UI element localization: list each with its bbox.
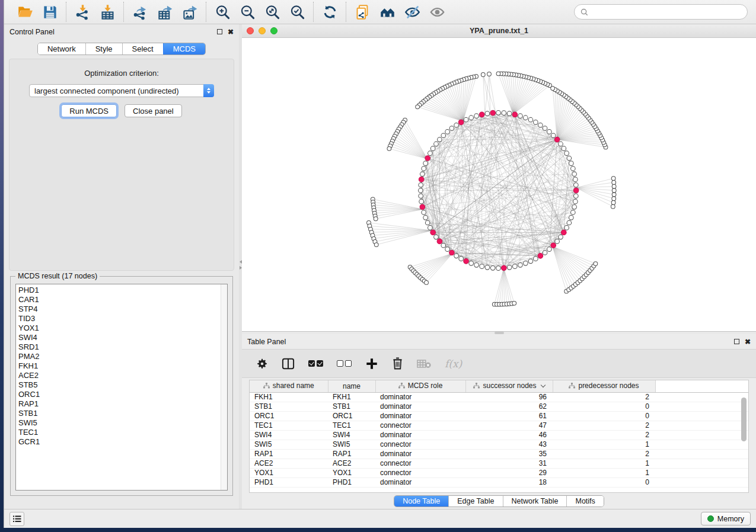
column-header-name[interactable]: name [328, 380, 375, 392]
function-builder-button[interactable]: f(x) [445, 358, 462, 370]
tab-style[interactable]: Style [85, 43, 122, 55]
table-cell[interactable]: SWI5 [250, 440, 328, 449]
delete-table-button[interactable] [417, 359, 431, 368]
window-minimize-icon[interactable] [259, 27, 266, 34]
import-table-button[interactable] [98, 2, 117, 21]
table-cell[interactable]: SWI4 [328, 430, 375, 440]
column-header-shared-name[interactable]: shared name [250, 380, 328, 392]
export-network-button[interactable] [130, 2, 149, 21]
list-item[interactable]: FKH1 [18, 361, 227, 371]
table-cell[interactable]: dominator [375, 430, 465, 440]
column-header-mcds-role[interactable]: MCDS role [375, 380, 465, 392]
table-row[interactable]: RAP1RAP1dominator352 [250, 449, 748, 459]
table-cell[interactable]: 43 [465, 440, 553, 449]
table-cell[interactable]: 29 [465, 468, 553, 477]
column-header-predecessor-nodes[interactable]: predecessor nodes [553, 380, 655, 392]
list-item[interactable]: TID3 [18, 314, 227, 323]
tab-motifs[interactable]: Motifs [566, 496, 603, 507]
table-row[interactable]: YOX1YOX1connector291 [250, 468, 748, 477]
table-cell[interactable]: connector [375, 440, 465, 449]
add-column-button[interactable] [365, 357, 378, 370]
table-cell[interactable]: PHD1 [250, 477, 328, 487]
table-row[interactable]: FKH1FKH1dominator962 [250, 392, 748, 402]
select-all-button[interactable] [308, 360, 323, 367]
hide-panels-button[interactable] [403, 2, 422, 21]
show-panels-button[interactable] [428, 2, 446, 21]
table-cell[interactable]: ORC1 [328, 411, 375, 421]
table-cell[interactable]: dominator [375, 392, 465, 402]
table-cell[interactable]: 0 [553, 411, 655, 421]
table-cell[interactable]: 2 [553, 421, 655, 430]
float-panel-icon[interactable] [217, 29, 222, 34]
table-cell[interactable]: STB1 [250, 402, 328, 411]
zoom-in-button[interactable] [213, 2, 232, 21]
table-cell[interactable]: 2 [553, 430, 655, 440]
table-row[interactable]: SWI5SWI5connector431 [250, 440, 748, 449]
table-cell[interactable]: TEC1 [328, 421, 375, 430]
close-panel-icon[interactable]: ✖ [228, 28, 234, 36]
list-item[interactable]: TEC1 [18, 428, 227, 437]
table-cell[interactable]: 0 [553, 477, 655, 487]
table-cell[interactable]: 1 [553, 459, 655, 468]
table-row[interactable]: ACE2ACE2connector311 [250, 459, 748, 468]
table-cell[interactable]: RAP1 [250, 449, 328, 459]
list-item[interactable]: CAR1 [18, 295, 227, 305]
zoom-out-button[interactable] [238, 2, 257, 21]
table-cell[interactable]: connector [375, 468, 465, 477]
table-row[interactable]: STB1STB1dominator620 [250, 402, 748, 411]
table-cell[interactable]: 18 [465, 477, 553, 487]
network-canvas[interactable] [242, 38, 756, 331]
table-cell[interactable]: 2 [553, 392, 655, 402]
list-item[interactable]: ACE2 [18, 371, 227, 380]
close-panel-button[interactable]: Close panel [125, 104, 182, 117]
table-cell[interactable]: TEC1 [250, 421, 328, 430]
table-cell[interactable]: SWI4 [250, 430, 328, 440]
table-cell[interactable]: connector [375, 421, 465, 430]
table-scrollbar-thumb[interactable] [741, 398, 747, 441]
table-row[interactable]: TEC1TEC1connector472 [250, 421, 748, 430]
network-overview-button[interactable] [378, 2, 397, 21]
list-item[interactable]: GCR1 [18, 437, 227, 447]
horizontal-splitter[interactable] [242, 332, 756, 334]
list-item[interactable]: SWI5 [18, 418, 227, 428]
table-cell[interactable]: dominator [375, 477, 465, 487]
tab-network[interactable]: Network [38, 43, 85, 55]
table-cell[interactable]: 46 [465, 430, 553, 440]
window-maximize-icon[interactable] [270, 27, 277, 34]
table-row[interactable]: PHD1PHD1dominator180 [250, 477, 748, 487]
table-cell[interactable]: FKH1 [250, 392, 328, 402]
tab-edge-table[interactable]: Edge Table [448, 496, 502, 507]
table-cell[interactable]: ACE2 [328, 459, 375, 468]
memory-button[interactable]: Memory [701, 512, 751, 525]
show-column-panel-button[interactable] [282, 358, 295, 370]
column-header-successor-nodes[interactable]: successor nodes [465, 380, 553, 392]
optimization-criterion-select[interactable]: largest connected component (undirected) [29, 84, 214, 97]
table-row[interactable]: SWI4SWI4dominator462 [250, 430, 748, 440]
export-image-button[interactable] [180, 2, 199, 21]
list-item[interactable]: PHD1 [18, 286, 227, 295]
table-cell[interactable]: 35 [465, 449, 553, 459]
table-cell[interactable]: 61 [465, 411, 553, 421]
import-network-button[interactable] [73, 2, 92, 21]
table-cell[interactable]: YOX1 [328, 468, 375, 477]
list-item[interactable]: ORC1 [18, 390, 227, 399]
table-cell[interactable]: 96 [465, 392, 553, 402]
table-cell[interactable]: dominator [375, 402, 465, 411]
list-scrollbar[interactable] [221, 284, 227, 490]
delete-column-button[interactable] [392, 357, 403, 370]
save-session-button[interactable] [40, 2, 59, 21]
tab-select[interactable]: Select [122, 43, 163, 55]
list-item[interactable]: STB5 [18, 380, 227, 390]
table-row[interactable]: ORC1ORC1dominator610 [250, 411, 748, 421]
tab-node-table[interactable]: Node Table [394, 496, 448, 507]
table-cell[interactable]: dominator [375, 411, 465, 421]
tab-mcds[interactable]: MCDS [163, 43, 205, 55]
table-cell[interactable]: STB1 [328, 402, 375, 411]
table-cell[interactable]: 47 [465, 421, 553, 430]
table-scrollbar[interactable] [741, 393, 747, 491]
export-table-button[interactable] [155, 2, 174, 21]
table-cell[interactable]: ACE2 [250, 459, 328, 468]
list-item[interactable]: STB1 [18, 409, 227, 418]
refresh-view-button[interactable] [320, 2, 339, 21]
table-cell[interactable]: RAP1 [328, 449, 375, 459]
